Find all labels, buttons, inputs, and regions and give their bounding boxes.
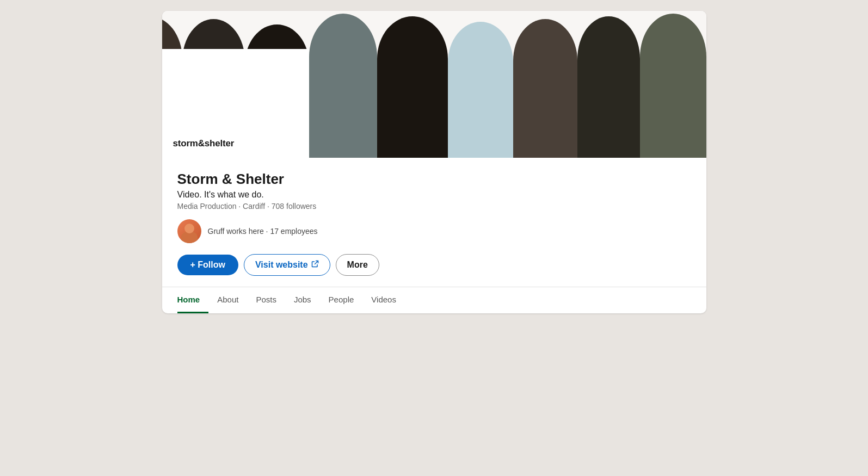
person-figure-9 — [577, 16, 640, 158]
profile-section: Storm & Shelter Video. It's what we do. … — [162, 158, 706, 287]
person-figure-6 — [377, 16, 448, 158]
person-figure-8 — [513, 19, 577, 158]
company-page-card: storm&shelter Storm & Shelter Video. It'… — [162, 11, 706, 313]
external-link-icon — [311, 260, 319, 270]
tab-videos[interactable]: Videos — [362, 287, 405, 313]
company-meta: Media Production · Cardiff · 708 followe… — [177, 202, 691, 211]
person-figure-5 — [309, 14, 377, 158]
person-figure-7 — [448, 22, 513, 158]
person-figure-10 — [640, 14, 706, 158]
employee-row: Gruff works here · 17 employees — [177, 219, 691, 243]
company-logo-text: storm&shelter — [173, 138, 235, 149]
more-button[interactable]: More — [336, 254, 379, 276]
tab-home[interactable]: Home — [177, 287, 209, 313]
banner-logo-area: storm&shelter — [162, 49, 309, 158]
nav-tabs: Home About Posts Jobs People Videos — [162, 287, 706, 313]
action-buttons: + Follow Visit website More — [177, 254, 691, 287]
follow-button[interactable]: + Follow — [177, 255, 238, 275]
company-tagline: Video. It's what we do. — [177, 190, 691, 200]
visit-website-button[interactable]: Visit website — [244, 254, 330, 276]
company-name: Storm & Shelter — [177, 171, 691, 188]
tab-jobs[interactable]: Jobs — [285, 287, 320, 313]
visit-website-label: Visit website — [255, 260, 308, 270]
tab-people[interactable]: People — [320, 287, 363, 313]
avatar — [177, 219, 201, 243]
employee-info: Gruff works here · 17 employees — [208, 227, 318, 236]
tab-posts[interactable]: Posts — [247, 287, 285, 313]
tab-about[interactable]: About — [208, 287, 247, 313]
company-banner: storm&shelter — [162, 11, 706, 158]
